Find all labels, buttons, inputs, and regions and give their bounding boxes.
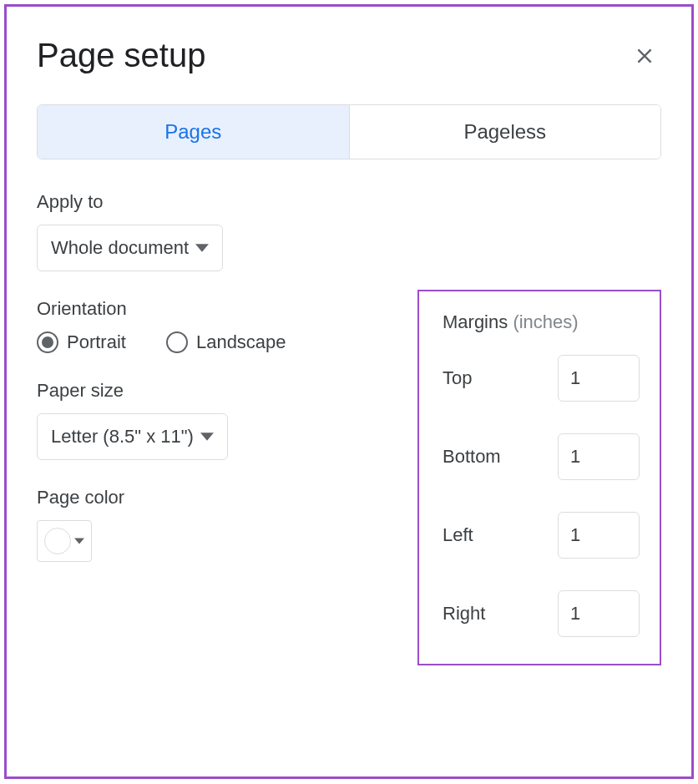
orientation-radio-group: Portrait Landscape xyxy=(37,331,286,353)
close-button[interactable] xyxy=(628,39,661,73)
margin-left-row: Left xyxy=(443,512,640,559)
margin-right-label: Right xyxy=(443,603,485,625)
margins-label: Margins xyxy=(443,311,508,332)
orientation-label: Orientation xyxy=(37,298,127,320)
radio-landscape xyxy=(166,331,188,353)
apply-to-dropdown[interactable]: Whole document xyxy=(37,225,223,271)
margins-unit: (inches) xyxy=(513,311,578,332)
margin-bottom-label: Bottom xyxy=(443,446,501,468)
margin-top-input[interactable] xyxy=(558,355,640,402)
margin-top-label: Top xyxy=(443,367,472,389)
page-setup-dialog: Page setup Pages Pageless Apply to Whole… xyxy=(4,4,694,779)
caret-down-icon xyxy=(200,430,214,443)
left-column: Apply to Whole document Orientation Port… xyxy=(37,191,387,562)
dialog-content: Apply to Whole document Orientation Port… xyxy=(37,191,661,562)
close-icon xyxy=(634,45,655,67)
orientation-landscape-label: Landscape xyxy=(196,331,286,353)
color-swatch xyxy=(44,528,71,554)
margin-right-row: Right xyxy=(443,590,640,637)
margin-right-input[interactable] xyxy=(558,590,640,637)
margin-left-label: Left xyxy=(443,524,473,546)
orientation-portrait-label: Portrait xyxy=(67,331,126,353)
dialog-header: Page setup xyxy=(37,37,661,74)
margin-left-input[interactable] xyxy=(558,512,640,559)
apply-to-value: Whole document xyxy=(51,237,189,259)
margin-bottom-input[interactable] xyxy=(558,433,640,480)
caret-down-icon xyxy=(195,241,209,255)
radio-portrait xyxy=(37,331,58,353)
page-color-dropdown[interactable] xyxy=(37,520,92,562)
page-color-section: Page color xyxy=(37,487,387,562)
orientation-section: Orientation Portrait Landscape xyxy=(37,298,387,353)
page-color-label: Page color xyxy=(37,487,124,508)
apply-to-section: Apply to Whole document xyxy=(37,191,387,271)
tab-pages[interactable]: Pages xyxy=(38,105,350,159)
paper-size-label: Paper size xyxy=(37,380,124,402)
paper-size-dropdown[interactable]: Letter (8.5" x 11") xyxy=(37,413,228,460)
paper-size-section: Paper size Letter (8.5" x 11") xyxy=(37,380,387,460)
paper-size-value: Letter (8.5" x 11") xyxy=(51,426,194,448)
apply-to-label: Apply to xyxy=(37,191,104,213)
margin-top-row: Top xyxy=(443,355,640,402)
tab-group: Pages Pageless xyxy=(37,104,661,159)
margins-section: Margins (inches) Top Bottom Left Right xyxy=(417,290,661,665)
tab-pageless[interactable]: Pageless xyxy=(350,105,661,159)
margins-header: Margins (inches) xyxy=(443,311,640,333)
margin-bottom-row: Bottom xyxy=(443,433,640,480)
orientation-portrait-option[interactable]: Portrait xyxy=(37,331,126,353)
dialog-title: Page setup xyxy=(37,37,205,74)
orientation-landscape-option[interactable]: Landscape xyxy=(166,331,286,353)
caret-down-icon xyxy=(74,538,84,544)
